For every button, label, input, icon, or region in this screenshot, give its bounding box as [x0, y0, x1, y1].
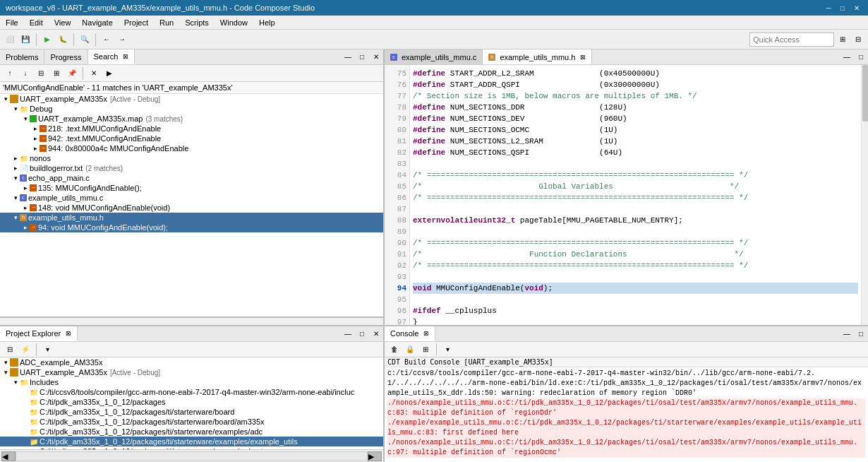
search-button[interactable]: 🔍	[78, 32, 92, 47]
project-close-icon[interactable]: ⊠	[66, 330, 71, 337]
project-tree-item[interactable]: 📁C:/ti/pdk_am335x_1_0_12/packages	[0, 397, 383, 407]
search-tree-item-echomain[interactable]: ▾cecho_app_main.c	[0, 173, 383, 183]
tab-console[interactable]: Console ⊠	[385, 326, 435, 341]
close-button[interactable]: ✕	[851, 2, 862, 13]
search-tree-item-examplec[interactable]: ▾cexample_utils_mmu.c	[0, 193, 383, 203]
editor-tab-h[interactable]: h example_utils_mmu.h ⊠	[483, 49, 592, 64]
search-back-btn[interactable]: ↑	[3, 66, 17, 81]
console-expand-btn[interactable]: ⊞	[418, 343, 433, 357]
project-tree-item[interactable]: ▾ADC_example_AM335x	[0, 357, 383, 367]
minimize-panel-button[interactable]: —	[341, 50, 355, 64]
tab-problems[interactable]: Problems	[0, 49, 44, 64]
project-menu-btn[interactable]: ▾	[40, 343, 54, 357]
project-tree[interactable]: ▾ADC_example_AM335x▾UART_example_AM335x …	[0, 357, 383, 449]
maximize-button[interactable]: □	[837, 2, 848, 13]
maximize-panel-button[interactable]: □	[355, 50, 369, 64]
project-scrollbar[interactable]: ◀ ▶	[0, 449, 383, 462]
expand-arrow[interactable]: ▸	[11, 155, 20, 162]
search-tree-item-match4[interactable]: ▸→135: MMUConfigAndEnable();	[0, 183, 383, 193]
expand-arrow[interactable]: ▸	[21, 224, 30, 231]
project-tree-item[interactable]: 📁C:/ti/pdk_am335x_1_0_12/packages/ti/sta…	[0, 407, 383, 417]
console-clear-btn[interactable]: 🗑	[387, 343, 402, 357]
project-tree-item[interactable]: ▾📁Includes	[0, 377, 383, 387]
search-tree-item-buildlog[interactable]: ▸📄buildlogerror.txt (2 matches)	[0, 163, 383, 173]
run-button[interactable]: ▶	[40, 32, 54, 47]
editor-tab-c[interactable]: c example_utils_mmu.c	[385, 49, 483, 64]
back-button[interactable]: ←	[100, 32, 114, 47]
menu-view[interactable]: View	[49, 16, 77, 29]
perspective-button[interactable]: ⊞	[836, 32, 850, 47]
console-minimize-btn[interactable]: —	[840, 327, 854, 341]
search-tree-item-match2[interactable]: ▸→942: .text.MMUConfigAndEnable	[0, 134, 383, 143]
console-maximize-btn[interactable]: □	[854, 327, 868, 341]
search-tree-item-debug[interactable]: ▾📁Debug	[0, 104, 383, 114]
project-maximize-btn[interactable]: □	[355, 327, 369, 341]
scroll-indicator[interactable]	[861, 65, 868, 325]
save-button[interactable]: 💾	[18, 32, 32, 47]
search-tree-item-root[interactable]: ▾UART_example_AM335x [Active - Debug]	[0, 94, 383, 104]
project-scroll-track[interactable]	[16, 451, 368, 461]
view-button[interactable]: ⊟	[851, 32, 865, 47]
search-close-icon[interactable]: ⊠	[123, 53, 128, 60]
menu-help[interactable]: Help	[253, 16, 281, 29]
expand-arrow[interactable]: ▸	[31, 125, 40, 132]
project-link-btn[interactable]: ⚡	[18, 343, 32, 357]
expand-arrow[interactable]: ▾	[1, 359, 10, 366]
scroll-thumb[interactable]	[862, 65, 868, 122]
search-expand-btn[interactable]: ⊞	[49, 66, 64, 81]
project-scroll-left[interactable]: ◀	[1, 451, 16, 461]
project-tree-item[interactable]: ▾UART_example_AM335x [Active - Debug]	[0, 367, 383, 377]
search-tree-item-exampleh[interactable]: ▾hexample_utils_mmu.h	[0, 213, 383, 223]
search-fwd-btn[interactable]: ↓	[18, 66, 32, 81]
debug-button[interactable]: 🐛	[56, 32, 70, 47]
search-tree-item-match1[interactable]: ▸→218: .text.MMUConfigAndEnable	[0, 124, 383, 134]
expand-arrow[interactable]: ▸	[31, 145, 40, 152]
expand-arrow[interactable]: ▸	[21, 204, 30, 211]
expand-arrow[interactable]: ▸	[21, 184, 30, 191]
menu-scripts[interactable]: Scripts	[179, 16, 215, 29]
search-tree-item-mapfile[interactable]: ▾UART_example_AM335x.map (3 matches)	[0, 114, 383, 124]
menu-project[interactable]: Project	[119, 16, 154, 29]
menu-navigate[interactable]: Navigate	[76, 16, 118, 29]
search-tree-item-match6[interactable]: ▸→94: void MMUConfigAndEnable(void);	[0, 223, 383, 232]
expand-arrow[interactable]: ▾	[21, 115, 30, 122]
editor-maximize-btn[interactable]: □	[854, 50, 868, 64]
expand-arrow[interactable]: ▾	[11, 214, 20, 221]
expand-arrow[interactable]: ▸	[11, 165, 20, 172]
search-tree-item-match5[interactable]: ▸→148: void MMUConfigAndEnable(void)	[0, 203, 383, 213]
menu-run[interactable]: Run	[154, 16, 179, 29]
search-tree-item-nonos[interactable]: ▸📁nonos	[0, 153, 383, 163]
search-cancel-btn[interactable]: ✕	[87, 66, 101, 81]
minimize-button[interactable]: ─	[823, 2, 834, 13]
tab-project-explorer[interactable]: Project Explorer ⊠	[0, 326, 78, 341]
forward-button[interactable]: →	[115, 32, 129, 47]
expand-arrow[interactable]: ▾	[11, 174, 20, 182]
project-tree-item[interactable]: 📁C:/ti/pdk_am335x_1_0_12/packages/ti/sta…	[0, 437, 383, 446]
project-scroll-right[interactable]: ▶	[368, 451, 382, 461]
tab-progress[interactable]: Progress	[44, 49, 88, 64]
search-pin-btn[interactable]: 📌	[65, 66, 79, 81]
project-tree-item[interactable]: 📁C:/ti/ccsv8/tools/compiler/gcc-arm-none…	[0, 387, 383, 397]
project-tree-item[interactable]: 📁C:/ti/pdk_am335x_1_0_12/packages/ti/sta…	[0, 417, 383, 427]
expand-arrow[interactable]: ▾	[1, 369, 10, 376]
code-area[interactable]: #define START_ADDR_L2_SRAM (0x40500000U)…	[410, 65, 861, 325]
console-scroll-lock-btn[interactable]: 🔒	[403, 343, 417, 357]
editor-minimize-btn[interactable]: —	[840, 50, 854, 64]
expand-arrow[interactable]: ▾	[11, 379, 20, 386]
close-panel-button[interactable]: ✕	[369, 50, 383, 64]
project-minimize-btn[interactable]: —	[341, 327, 355, 341]
search-tree-item-match3[interactable]: ▸→944: 0x80000a4c MMUConfigAndEnable	[0, 143, 383, 153]
menu-file[interactable]: File	[0, 16, 24, 29]
menu-window[interactable]: Window	[215, 16, 253, 29]
search-tree[interactable]: ▾UART_example_AM335x [Active - Debug]▾📁D…	[0, 94, 383, 316]
expand-arrow[interactable]: ▾	[11, 105, 20, 112]
expand-arrow[interactable]: ▾	[11, 194, 20, 201]
project-tree-item[interactable]: 📁C:/ti/pdk_am335x_1_0_12/packages/ti/sta…	[0, 427, 383, 437]
search-run-btn[interactable]: ▶	[102, 66, 116, 81]
editor-tab-close-icon[interactable]: ⊠	[580, 54, 586, 61]
menu-edit[interactable]: Edit	[24, 16, 49, 29]
expand-arrow[interactable]: ▾	[1, 95, 10, 102]
expand-arrow[interactable]: ▸	[31, 135, 40, 142]
tab-search[interactable]: Search ⊠	[88, 49, 135, 64]
new-button[interactable]: ⬜	[3, 32, 17, 47]
